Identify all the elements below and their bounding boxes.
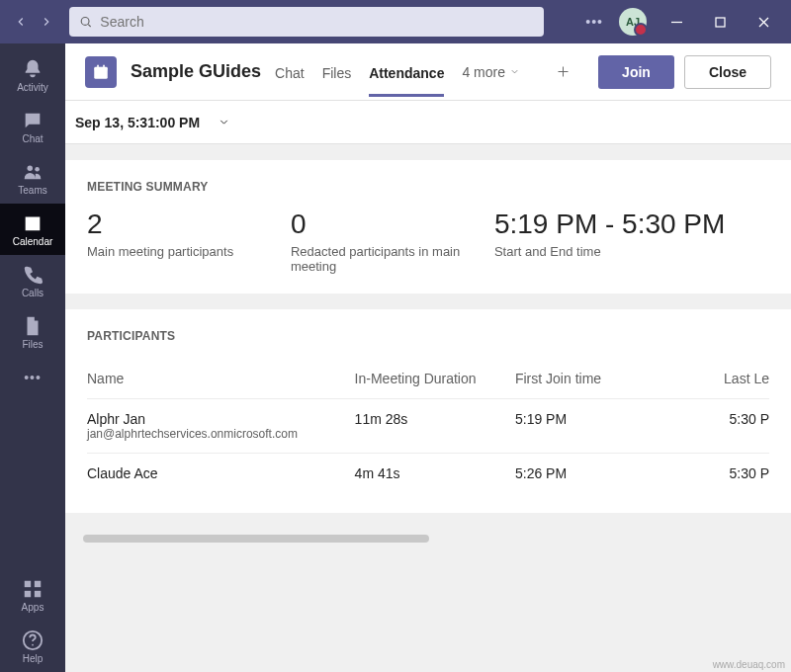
meeting-type-icon: [85, 56, 117, 88]
participant-duration: 4m 41s: [355, 465, 515, 481]
svg-rect-15: [94, 66, 108, 70]
participant-last-leave: 5:30 P: [702, 465, 769, 481]
search-input[interactable]: [100, 14, 534, 30]
avatar[interactable]: AJ: [619, 8, 647, 36]
meeting-header: Sample GUides Chat Files Attendance 4 mo…: [65, 43, 791, 101]
summary-value: 0: [291, 210, 494, 240]
participant-email: jan@alphrtechservices.onmicrosoft.com: [87, 427, 355, 441]
sidebar-label: Apps: [22, 602, 44, 613]
nav-back-button[interactable]: [8, 9, 34, 35]
sidebar-item-apps[interactable]: Apps: [0, 569, 65, 621]
svg-rect-10: [25, 590, 31, 596]
svg-rect-16: [97, 64, 99, 68]
svg-point-7: [35, 166, 40, 171]
participants-table: Name In-Meeting Duration First Join time…: [87, 359, 769, 493]
tab-attendance[interactable]: Attendance: [369, 47, 444, 97]
col-duration-header: In-Meeting Duration: [355, 371, 515, 386]
search-box[interactable]: [69, 7, 544, 37]
summary-caption: Redacted participants in main meeting: [291, 244, 494, 274]
summary-participants: 2 Main meeting participants: [87, 210, 291, 274]
summary-caption: Main meeting participants: [87, 244, 291, 259]
summary-redacted: 0 Redacted participants in main meeting: [291, 210, 494, 274]
timestamp-label: Sep 13, 5:31:00 PM: [75, 115, 200, 130]
table-header: Name In-Meeting Duration First Join time…: [87, 359, 769, 398]
sidebar-label: Help: [23, 653, 44, 664]
meeting-summary-card: MEETING SUMMARY 2 Main meeting participa…: [65, 160, 791, 294]
svg-point-13: [32, 643, 34, 645]
sidebar-label: Activity: [17, 82, 48, 93]
add-tab-button[interactable]: [548, 57, 577, 87]
tab-chat[interactable]: Chat: [275, 47, 305, 97]
window-minimize-button[interactable]: [657, 7, 696, 37]
nav-forward-button[interactable]: [34, 9, 59, 35]
sidebar-more-button[interactable]: •••: [24, 358, 42, 397]
sidebar-label: Calendar: [13, 236, 53, 247]
svg-point-6: [28, 165, 34, 171]
window-maximize-button[interactable]: [700, 7, 740, 37]
titlebar: ••• AJ: [0, 0, 791, 43]
participants-card: PARTICIPANTS Name In-Meeting Duration Fi…: [65, 309, 791, 513]
sidebar-item-files[interactable]: Files: [0, 306, 65, 358]
sidebar-label: Calls: [22, 288, 44, 298]
sidebar-item-chat[interactable]: Chat: [0, 101, 65, 152]
horizontal-scrollbar[interactable]: [83, 535, 429, 543]
participant-first-join: 5:26 PM: [515, 465, 702, 481]
window-close-button[interactable]: [744, 7, 783, 37]
timestamp-selector[interactable]: Sep 13, 5:31:00 PM: [65, 101, 791, 144]
sidebar-label: Chat: [22, 133, 43, 144]
col-first-join-header: First Join time: [515, 371, 702, 386]
summary-heading: MEETING SUMMARY: [87, 180, 769, 194]
content: Sample GUides Chat Files Attendance 4 mo…: [65, 43, 791, 672]
summary-value: 2: [87, 210, 291, 240]
svg-rect-8: [25, 580, 31, 586]
sidebar-item-help[interactable]: Help: [0, 621, 65, 672]
svg-rect-11: [35, 590, 41, 596]
svg-rect-17: [103, 64, 105, 68]
sidebar-item-calls[interactable]: Calls: [0, 255, 65, 306]
participant-last-leave: 5:30 P: [702, 411, 769, 441]
sidebar-item-activity[interactable]: Activity: [0, 49, 65, 101]
close-button[interactable]: Close: [684, 55, 771, 89]
sidebar-label: Files: [22, 339, 43, 350]
summary-time-range: 5:19 PM - 5:30 PM Start and End time: [494, 210, 769, 274]
sidebar-item-teams[interactable]: Teams: [0, 152, 65, 204]
participant-name: Claude Ace: [87, 465, 355, 481]
svg-point-0: [81, 18, 89, 26]
calendar-icon: [22, 212, 44, 234]
more-tabs-label: 4 more: [462, 64, 505, 80]
phone-icon: [22, 264, 44, 286]
meeting-title: Sample GUides: [131, 61, 261, 82]
chat-icon: [22, 110, 44, 131]
participant-duration: 11m 28s: [355, 411, 515, 441]
settings-ellipsis-button[interactable]: •••: [577, 10, 611, 34]
chevron-down-icon: [509, 66, 520, 77]
bell-icon: [22, 58, 44, 80]
col-name-header: Name: [87, 371, 355, 386]
table-row: Alphr Jan jan@alphrtechservices.onmicros…: [87, 398, 769, 453]
svg-rect-3: [716, 18, 725, 27]
tab-files[interactable]: Files: [322, 47, 352, 97]
col-last-leave-header: Last Le: [702, 371, 769, 386]
help-icon: [22, 630, 44, 651]
participant-first-join: 5:19 PM: [515, 411, 702, 441]
table-row: Claude Ace 4m 41s 5:26 PM 5:30 P: [87, 453, 769, 493]
sidebar-item-calendar[interactable]: Calendar: [0, 204, 65, 255]
sidebar-label: Teams: [18, 185, 46, 196]
calendar-icon: [92, 63, 110, 81]
apps-icon: [22, 578, 44, 600]
sidebar: Activity Chat Teams Calendar Calls Files…: [0, 43, 65, 672]
search-icon: [79, 15, 92, 29]
summary-caption: Start and End time: [494, 244, 769, 259]
summary-value: 5:19 PM - 5:30 PM: [494, 210, 769, 240]
join-button[interactable]: Join: [598, 55, 674, 89]
participants-heading: PARTICIPANTS: [87, 329, 769, 343]
participant-name: Alphr Jan: [87, 411, 355, 427]
chevron-down-icon: [218, 116, 230, 128]
more-tabs-dropdown[interactable]: 4 more: [462, 64, 520, 80]
teams-icon: [22, 161, 44, 183]
file-icon: [22, 315, 44, 337]
svg-line-1: [88, 25, 90, 27]
watermark: www.deuaq.com: [713, 659, 785, 670]
svg-rect-9: [35, 580, 41, 586]
